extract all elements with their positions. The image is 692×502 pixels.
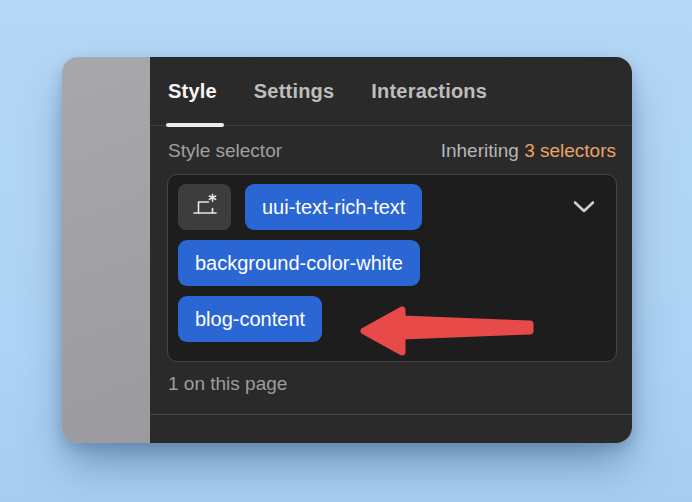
inheriting-status[interactable]: Inheriting 3 selectors — [441, 140, 616, 162]
tab-interactions[interactable]: Interactions — [371, 80, 487, 103]
canvas-gray-strip — [62, 57, 150, 443]
inheriting-text: Inheriting — [441, 140, 519, 161]
class-tag[interactable]: background-color-white — [178, 240, 420, 286]
selector-row-3: blog-content — [178, 296, 606, 342]
selector-row-2: background-color-white — [178, 240, 606, 286]
style-selector-label: Style selector — [168, 140, 282, 162]
inheriting-count: 3 selectors — [524, 140, 616, 161]
style-panel: Style Settings Interactions Style select… — [150, 57, 632, 443]
chevron-down-icon[interactable] — [573, 199, 595, 215]
tab-settings[interactable]: Settings — [254, 80, 335, 103]
usage-count-label: 1 on this page — [168, 373, 614, 395]
style-panel-card: Style Settings Interactions Style select… — [62, 57, 632, 443]
screenshot-stage: Style Settings Interactions Style select… — [0, 0, 692, 502]
selector-row-1: uui-text-rich-text — [178, 184, 606, 230]
panel-tab-bar: Style Settings Interactions — [150, 57, 632, 126]
style-selector-header: Style selector Inheriting 3 selectors — [168, 140, 616, 162]
class-tag[interactable]: uui-text-rich-text — [245, 184, 422, 230]
element-state-button[interactable] — [178, 184, 231, 230]
panel-divider — [150, 414, 632, 415]
style-selector-input[interactable]: uui-text-rich-text background-color-whit… — [167, 174, 617, 362]
element-state-asterisk-icon — [191, 192, 219, 222]
class-tag[interactable]: blog-content — [178, 296, 322, 342]
tab-style[interactable]: Style — [168, 80, 217, 103]
